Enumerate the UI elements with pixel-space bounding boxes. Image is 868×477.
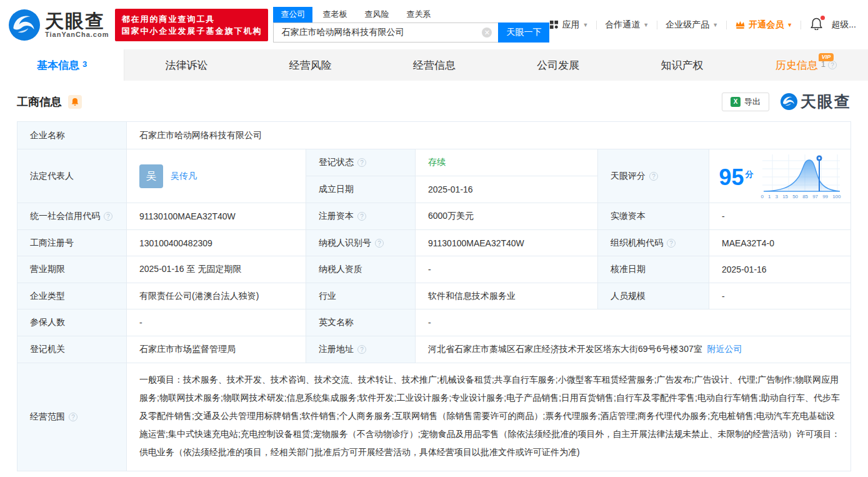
avatar[interactable]: 吴	[139, 164, 163, 188]
english-name-label: 英文名称	[306, 309, 416, 336]
nav-open-vip[interactable]: 开通会员 ▼	[735, 19, 792, 31]
help-icon[interactable]: ?	[69, 413, 77, 421]
top-header: 天眼查 TianYanCha.com 都在用的商业查询工具 国家中小企业发展子基…	[0, 0, 868, 49]
company-tabs: 基本信息 3 法律诉讼 经营风险 经营信息 公司发展 知识产权 VIP 历史信息…	[0, 49, 868, 81]
help-icon[interactable]: ?	[357, 158, 366, 167]
tab-development[interactable]: 公司发展	[496, 49, 620, 81]
promo-line2: 国家中小企业发展子基金旗下机构	[121, 25, 262, 37]
reg-number-label: 工商注册号	[17, 230, 127, 256]
tianyancha-swirl-icon	[9, 9, 40, 41]
tab-basic-label: 基本信息	[37, 58, 79, 73]
tab-history-count: 1	[821, 59, 826, 69]
tab-basic-count: 3	[82, 59, 87, 69]
nav-vip-label: 开通会员	[749, 19, 784, 31]
notifications-bell[interactable]	[811, 18, 822, 32]
legal-rep-link[interactable]: 吴传凡	[171, 171, 197, 182]
score-unit: 分	[746, 163, 754, 186]
watermark-text: 天眼查	[801, 91, 851, 112]
business-term-value: 2025-01-16 至 无固定期限	[127, 256, 306, 283]
help-icon[interactable]: ?	[104, 212, 112, 221]
help-icon[interactable]: ?	[375, 239, 384, 248]
nav-partner[interactable]: 合作通道 ▼	[605, 19, 649, 31]
industry-label: 行业	[306, 283, 416, 309]
search-tab-boss[interactable]: 查老板	[315, 7, 354, 23]
business-info-table: 企业名称 石家庄市哈动网络科技有限公司 法定代表人 吴 吴传凡 登记状态? 存续…	[17, 121, 851, 471]
business-scope-label: 经营范围?	[17, 363, 127, 471]
reg-authority-value: 石家庄市市场监督管理局	[127, 336, 306, 363]
export-button[interactable]: X 导出	[722, 93, 769, 111]
tab-legal-label: 法律诉讼	[165, 58, 207, 73]
taxpayer-id-value: 91130100MAEA32T40W	[416, 230, 598, 256]
search-tab-relation[interactable]: 查关系	[399, 7, 438, 23]
tianyancha-logo[interactable]: 天眼查 TianYanCha.com	[9, 9, 109, 41]
divider	[596, 21, 597, 29]
tab-risk[interactable]: 经营风险	[249, 49, 372, 81]
help-icon[interactable]: ?	[649, 172, 658, 181]
tab-basic-info[interactable]: 基本信息 3	[0, 49, 124, 81]
establish-date-value: 2025-01-16	[416, 176, 598, 203]
search-area: 查公司 查老板 查风险 查关系 ✕ 天眼一下	[273, 8, 549, 43]
taxpayer-id-label: 纳税人识别号?	[306, 230, 416, 256]
search-tabs: 查公司 查老板 查风险 查关系	[273, 8, 549, 23]
help-icon[interactable]: ?	[828, 61, 837, 69]
search-input[interactable]	[273, 23, 498, 43]
tab-operation[interactable]: 经营信息	[372, 49, 496, 81]
business-term-label: 营业期限	[17, 256, 127, 283]
chevron-down-icon: ▼	[787, 22, 792, 28]
credit-code-value: 91130100MAEA32T40W	[127, 203, 306, 230]
insured-count-label: 参保人数	[17, 309, 127, 336]
insured-count-value: -	[127, 309, 306, 336]
paid-capital-label: 实缴资本	[598, 203, 709, 230]
logo-title: 天眼查	[45, 12, 109, 31]
credit-code-label: 统一社会信用代码?	[17, 203, 127, 230]
approval-date-label: 核准日期	[598, 256, 709, 283]
apps-grid-icon	[549, 20, 559, 29]
english-name-value: -	[416, 309, 851, 336]
tab-ip[interactable]: 知识产权	[620, 49, 744, 81]
chevron-down-icon: ▼	[582, 22, 588, 28]
tab-history-label: 历史信息	[776, 58, 818, 73]
score-label: 天眼评分?	[598, 149, 709, 203]
taxpayer-quality-label: 纳税人资质	[306, 256, 416, 283]
nav-apps-label: 应用	[562, 19, 579, 31]
search-tab-risk[interactable]: 查风险	[357, 7, 396, 23]
tab-operation-label: 经营信息	[413, 58, 456, 73]
reg-address-value: 河北省石家庄市藁城区石家庄经济技术开发区塔东大街69号6号楼307室 附近公司	[416, 336, 851, 363]
legal-rep-label: 法定代表人	[17, 149, 127, 203]
company-type-value: 有限责任公司(港澳台法人独资)	[127, 283, 306, 309]
paid-capital-value: -	[709, 203, 851, 230]
nav-enterprise[interactable]: 企业级产品 ▼	[666, 19, 718, 31]
reg-capital-value: 6000万美元	[416, 203, 598, 230]
staff-size-value: -	[709, 283, 851, 309]
nav-account[interactable]: 超级... ▼	[831, 19, 868, 31]
tab-ip-label: 知识产权	[661, 58, 704, 73]
nav-account-label: 超级...	[831, 19, 856, 31]
bell-icon	[71, 98, 79, 106]
clear-search-icon[interactable]: ✕	[482, 28, 492, 38]
logo-domain: TianYanCha.com	[45, 31, 109, 38]
score-distribution-chart: 0131550859799100	[761, 153, 841, 199]
nav-apps[interactable]: 应用 ▼	[549, 19, 588, 31]
legal-rep-value: 吴 吴传凡	[127, 149, 306, 203]
divider	[726, 21, 727, 29]
help-icon[interactable]: ?	[357, 212, 366, 221]
search-button[interactable]: 天眼一下	[498, 23, 549, 43]
company-type-label: 企业类型	[17, 283, 127, 309]
tab-risk-label: 经营风险	[289, 58, 332, 73]
help-icon[interactable]: ?	[667, 239, 676, 248]
chevron-down-icon: ▼	[712, 22, 718, 28]
excel-icon: X	[731, 97, 741, 107]
score-value: 95分	[709, 149, 851, 203]
tab-legal[interactable]: 法律诉讼	[124, 49, 248, 81]
search-tab-company[interactable]: 查公司	[273, 7, 312, 23]
tab-development-label: 公司发展	[537, 58, 579, 73]
help-icon[interactable]: ?	[357, 345, 366, 354]
crown-icon	[735, 21, 746, 29]
nav-enterprise-label: 企业级产品	[666, 19, 709, 31]
watermark-logo: 天眼查	[781, 91, 851, 112]
score-number: 95	[719, 166, 744, 189]
reg-authority-label: 登记机关	[17, 336, 127, 363]
tab-history[interactable]: VIP 历史信息 1 ?	[744, 49, 868, 81]
nearby-companies-link[interactable]: 附近公司	[707, 344, 742, 355]
monitor-bell-button[interactable]	[68, 95, 82, 109]
